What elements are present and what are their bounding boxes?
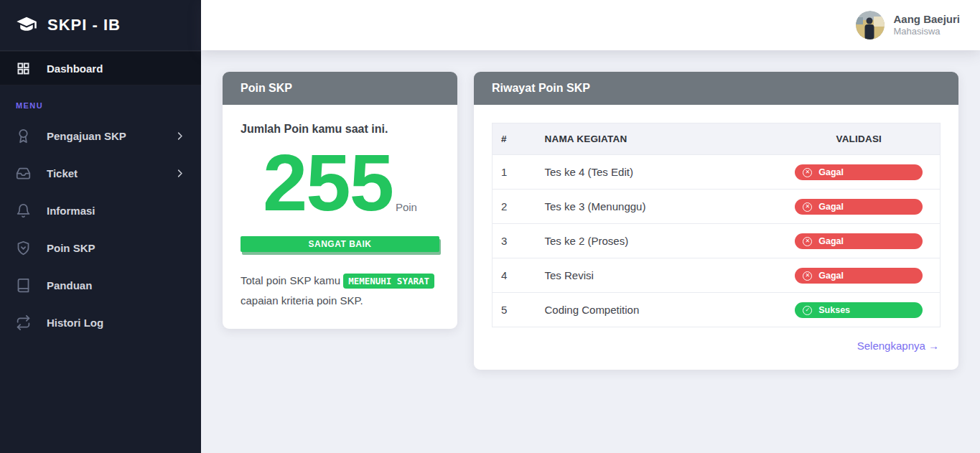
avatar: [856, 11, 885, 39]
sidebar-item-label: Informasi: [47, 205, 185, 217]
cell-validasi: ✕Gagal: [778, 224, 941, 258]
user-role: Mahasiswa: [893, 26, 960, 37]
table-row: 4 Tes Revisi ✕Gagal: [493, 258, 941, 293]
book-icon: [16, 278, 31, 293]
status-badge: ✕Gagal: [795, 199, 923, 215]
poin-note: Total poin SKP kamu MEMENUHI SYARAT capa…: [241, 271, 439, 311]
sidebar-item-panduan[interactable]: Panduan: [0, 266, 201, 304]
cell-no: 1: [493, 155, 536, 190]
main-area: Aang Baejuri Mahasiswa Poin SKP Jumlah P…: [201, 0, 980, 453]
status-label: Gagal: [818, 167, 844, 177]
cell-no: 4: [493, 258, 536, 293]
sidebar-item-poin-skp[interactable]: Poin SKP: [0, 229, 201, 266]
graduation-cap-icon: [16, 14, 37, 36]
app-title: SKPI - IB: [47, 16, 121, 34]
cell-validasi: ✕Gagal: [778, 258, 941, 293]
status-label: Sukses: [818, 305, 850, 315]
status-badge: ✓Sukses: [795, 302, 923, 318]
sidebar-item-label: Pengajuan SKP: [47, 130, 159, 142]
bell-icon: [16, 203, 31, 218]
memenuhi-syarat-badge: MEMENUHI SYARAT: [343, 274, 434, 289]
poin-card-body: Jumlah Poin kamu saat ini. 255 Poin SANG…: [223, 105, 457, 329]
cell-no: 3: [493, 224, 536, 258]
dashboard-content: Poin SKP Jumlah Poin kamu saat ini. 255 …: [201, 50, 980, 453]
riwayat-card-title: Riwayat Poin SKP: [474, 72, 958, 105]
status-label: Gagal: [818, 202, 844, 212]
cell-validasi: ✕Gagal: [778, 155, 941, 190]
grid-icon: [16, 61, 31, 76]
repeat-icon: [16, 315, 31, 330]
status-label: Gagal: [818, 236, 844, 246]
card-footer: Selengkapnya →: [492, 327, 941, 361]
cell-kegiatan: Coding Competition: [536, 293, 778, 327]
table-row: 1 Tes ke 4 (Tes Edit) ✕Gagal: [493, 155, 941, 190]
note-suffix: capaian kriteria poin SKP.: [241, 294, 363, 307]
sidebar-item-dashboard[interactable]: Dashboard: [0, 51, 201, 85]
riwayat-card-body: # NAMA KEGIATAN VALIDASI 1 Tes ke 4 (Tes…: [474, 105, 958, 370]
poin-subtitle: Jumlah Poin kamu saat ini.: [241, 123, 439, 136]
chevron-right-icon: [174, 168, 185, 179]
sidebar-item-pengajuan-skp[interactable]: Pengajuan SKP: [0, 117, 201, 154]
points-display: 255 Poin: [241, 143, 439, 223]
table-header-row: # NAMA KEGIATAN VALIDASI: [493, 123, 941, 155]
rating-badge: SANGAT BAIK: [241, 236, 439, 252]
circle-x-icon: ✕: [803, 237, 812, 246]
cell-no: 2: [493, 190, 536, 224]
poin-card-title: Poin SKP: [223, 72, 457, 105]
cell-validasi: ✓Sukses: [778, 293, 941, 327]
cell-validasi: ✕Gagal: [778, 190, 941, 224]
sidebar-item-label: Poin SKP: [47, 242, 185, 254]
sidebar: SKPI - IB Dashboard MENU Pengajuan SKP: [0, 0, 201, 453]
points-value: 255: [263, 143, 393, 223]
sidebar-menu: Pengajuan SKP Ticket Informasi: [0, 117, 201, 341]
circle-x-icon: ✕: [803, 168, 812, 177]
cell-kegiatan: Tes ke 2 (Proses): [536, 224, 778, 258]
status-badge: ✕Gagal: [795, 233, 923, 249]
riwayat-table: # NAMA KEGIATAN VALIDASI 1 Tes ke 4 (Tes…: [492, 123, 941, 327]
column-header-kegiatan: NAMA KEGIATAN: [536, 123, 778, 155]
points-unit: Poin: [393, 201, 417, 223]
status-badge: ✕Gagal: [795, 164, 923, 180]
app-logo[interactable]: SKPI - IB: [0, 0, 201, 51]
sidebar-item-label: Panduan: [47, 279, 185, 291]
table-row: 5 Coding Competition ✓Sukses: [493, 293, 941, 327]
user-menu[interactable]: Aang Baejuri Mahasiswa: [856, 11, 960, 39]
chevron-right-icon: [174, 131, 185, 141]
column-header-no: #: [493, 123, 536, 155]
note-prefix: Total poin SKP kamu: [241, 274, 343, 286]
circle-check-icon: ✓: [803, 306, 812, 315]
sidebar-item-ticket[interactable]: Ticket: [0, 154, 201, 192]
circle-x-icon: ✕: [803, 271, 812, 281]
sidebar-item-histori-log[interactable]: Histori Log: [0, 304, 201, 341]
shield-icon: [16, 240, 31, 256]
sidebar-item-informasi[interactable]: Informasi: [0, 192, 201, 229]
table-row: 2 Tes ke 3 (Menunggu) ✕Gagal: [493, 190, 941, 224]
circle-x-icon: ✕: [803, 202, 812, 212]
column-header-validasi: VALIDASI: [778, 123, 941, 155]
selengkapnya-link[interactable]: Selengkapnya →: [857, 340, 939, 352]
user-name: Aang Baejuri: [893, 13, 960, 27]
table-row: 3 Tes ke 2 (Proses) ✕Gagal: [493, 224, 941, 258]
cell-kegiatan: Tes Revisi: [536, 258, 778, 293]
sidebar-item-label: Histori Log: [47, 317, 185, 329]
inbox-icon: [16, 166, 31, 181]
cell-no: 5: [493, 293, 536, 327]
sidebar-menu-heading: MENU: [16, 101, 185, 110]
top-header: Aang Baejuri Mahasiswa: [201, 0, 980, 50]
riwayat-poin-skp-card: Riwayat Poin SKP # NAMA KEGIATAN VALIDAS…: [474, 72, 958, 370]
sidebar-item-label: Dashboard: [47, 62, 185, 75]
status-label: Gagal: [818, 271, 844, 281]
cell-kegiatan: Tes ke 3 (Menunggu): [536, 190, 778, 224]
sidebar-item-label: Ticket: [47, 167, 159, 179]
status-badge: ✕Gagal: [795, 268, 923, 284]
cell-kegiatan: Tes ke 4 (Tes Edit): [536, 155, 778, 190]
poin-skp-card: Poin SKP Jumlah Poin kamu saat ini. 255 …: [223, 72, 457, 329]
award-icon: [16, 129, 31, 144]
